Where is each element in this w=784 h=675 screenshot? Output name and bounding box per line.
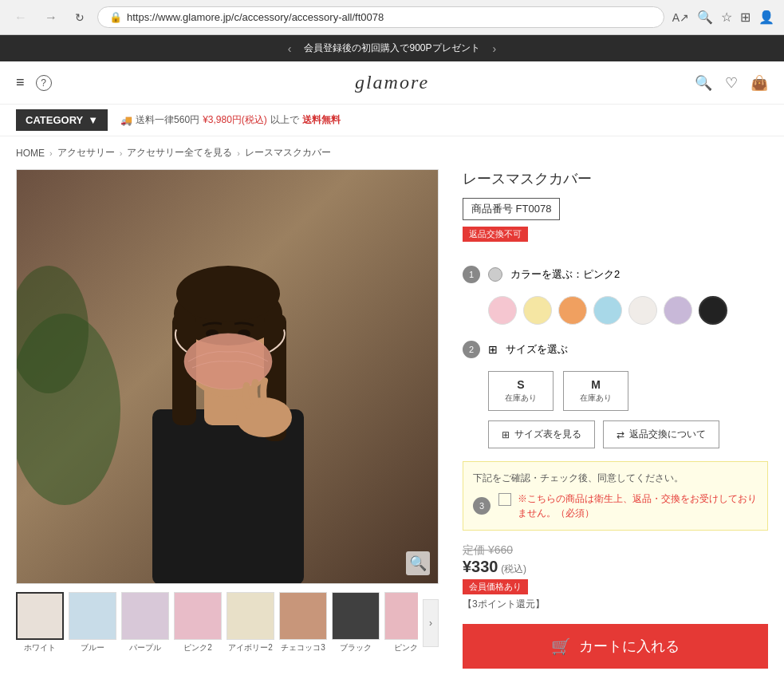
size-chart-icon: ⊞ <box>502 429 510 440</box>
color-selector-row: 1 カラーを選ぶ：ピンク2 <box>463 266 768 283</box>
shipping-truck-icon: 🚚 <box>120 115 132 126</box>
agreement-section: 下記をご確認・チェック後、同意してください。 3 ※こちらの商品は衛生上、返品・… <box>463 461 768 531</box>
promo-prev-arrow[interactable]: ‹ <box>288 42 292 55</box>
shipping-suffix: 以上で <box>270 113 299 127</box>
agreement-checkbox[interactable] <box>498 493 511 506</box>
step2-circle: 2 <box>463 341 480 358</box>
sub-header: CATEGORY ▼ 🚚 送料一律560円 ¥3,980円(税込) 以上で 送料… <box>0 105 784 136</box>
browser-profile-icon[interactable]: 👤 <box>758 10 774 25</box>
price-original: 定価 ¥660 <box>463 543 768 558</box>
zoom-icon[interactable]: 🔍 <box>406 551 430 575</box>
size-chart-button[interactable]: ⊞ サイズ表を見る <box>488 420 595 448</box>
thumbnail-image-6[interactable] <box>332 592 380 640</box>
lock-icon: 🔒 <box>109 11 122 23</box>
thumbnail-image-5[interactable] <box>279 592 327 640</box>
price-tax: (税込) <box>501 563 526 574</box>
breadcrumb-accessories[interactable]: アクセサリー <box>57 146 115 160</box>
return-label: 返品交換について <box>629 428 706 441</box>
color-swatch-ブルー[interactable] <box>593 296 622 325</box>
thumbnail-label-4: アイボリー2 <box>228 642 273 653</box>
size-button-s[interactable]: S在庫あり <box>488 371 554 411</box>
shipping-free-label: 送料無料 <box>302 113 341 127</box>
thumbnail-image-3[interactable] <box>174 592 222 640</box>
help-button[interactable]: ? <box>36 75 52 91</box>
product-gallery: 🔍 ホワイトブルーパープルピンク2アイボリー2チェコッコ3ブラックピンク2 › <box>16 169 439 669</box>
thumbnail-item[interactable]: ブラック <box>332 592 380 653</box>
product-area: 🔍 ホワイトブルーパープルピンク2アイボリー2チェコッコ3ブラックピンク2 › … <box>0 169 784 675</box>
read-aloud-icon[interactable]: A↗ <box>672 11 689 24</box>
site-header: ≡ ? glamore 🔍 ♡ 👜 <box>0 61 784 105</box>
breadcrumb-all-accessories[interactable]: アクセサリー全てを見る <box>127 146 232 160</box>
thumbnail-image-1[interactable] <box>69 592 116 640</box>
site-logo[interactable]: glamore <box>112 72 672 93</box>
cart-icon[interactable]: 👜 <box>751 74 768 92</box>
thumbnail-item[interactable]: ピンク2 <box>174 592 222 653</box>
step1-circle: 1 <box>463 266 480 283</box>
thumbnail-item[interactable]: ホワイト <box>16 592 64 653</box>
thumbnail-label-2: パープル <box>129 642 161 653</box>
size-chart-label: サイズ表を見る <box>514 428 581 441</box>
category-label: CATEGORY <box>26 114 83 126</box>
header-left: ≡ ? <box>16 74 112 91</box>
exchange-badge: 返品交換不可 <box>463 227 528 242</box>
browser-favorites-icon[interactable]: ☆ <box>721 10 732 25</box>
thumbnail-item[interactable]: ピンク2 <box>384 592 418 653</box>
price-current-row: ¥330 (税込) <box>463 558 768 576</box>
promo-bar: ‹ 会員登録後の初回購入で900Pプレゼント › <box>0 35 784 61</box>
size-action-row: ⊞ サイズ表を見る ⇄ 返品交換について <box>488 420 768 448</box>
wishlist-icon[interactable]: ♡ <box>725 74 738 92</box>
add-to-cart-button[interactable]: 🛒 カートに入れる <box>463 624 768 669</box>
back-button[interactable]: ← <box>10 9 32 26</box>
thumbnail-item[interactable]: ブルー <box>69 592 116 653</box>
shipping-info: 🚚 送料一律560円 ¥3,980円(税込) 以上で 送料無料 <box>120 113 341 127</box>
browser-collections-icon[interactable]: ⊞ <box>740 10 751 25</box>
browser-search-icon[interactable]: 🔍 <box>697 10 713 25</box>
price-current: ¥330 <box>463 558 498 575</box>
browser-chrome: ← → ↻ 🔒 https://www.glamore.jp/c/accesso… <box>0 0 784 35</box>
forward-button[interactable]: → <box>40 9 62 26</box>
size-selector-label: サイズを選ぶ <box>506 342 568 357</box>
thumbnail-label-1: ブルー <box>81 642 104 653</box>
shipping-amount: ¥3,980円(税込) <box>203 113 267 127</box>
thumbnail-image-0[interactable] <box>16 592 64 640</box>
size-button-m[interactable]: M在庫あり <box>563 371 628 411</box>
color-swatches <box>488 296 768 325</box>
breadcrumb-home[interactable]: HOME <box>16 148 45 159</box>
color-swatch-ピンク[interactable] <box>488 296 517 325</box>
color-swatch-イエロー[interactable] <box>523 296 552 325</box>
agreement-note: ※こちらの商品は衛生上、返品・交換をお受けしておりません。（必須） <box>518 491 758 520</box>
color-swatch-ホワイト[interactable] <box>628 296 657 325</box>
thumbnail-label-7: ピンク2 <box>394 642 418 653</box>
thumbnail-image-2[interactable] <box>121 592 169 640</box>
color-swatch-オレンジ[interactable] <box>558 296 587 325</box>
cart-button-icon: 🛒 <box>551 637 571 656</box>
color-swatch-ブラック[interactable] <box>699 296 727 325</box>
reload-button[interactable]: ↻ <box>70 10 89 26</box>
promo-text: 会員登録後の初回購入で900Pプレゼント <box>304 41 479 55</box>
points-label: 【3ポイント還元】 <box>463 598 768 611</box>
category-button[interactable]: CATEGORY ▼ <box>16 109 108 131</box>
thumbnail-scroll-right[interactable]: › <box>423 599 439 647</box>
color-swatch-パープル[interactable] <box>664 296 692 325</box>
size-selector-row: 2 ⊞ サイズを選ぶ <box>463 341 768 358</box>
hamburger-menu[interactable]: ≡ <box>16 74 25 91</box>
return-policy-button[interactable]: ⇄ 返品交換について <box>603 420 719 448</box>
search-icon[interactable]: 🔍 <box>695 74 712 92</box>
url-bar[interactable]: 🔒 https://www.glamore.jp/c/accessory/acc… <box>97 6 664 28</box>
thumbnail-item[interactable]: チェコッコ3 <box>279 592 327 653</box>
size-selector-section: 2 ⊞ サイズを選ぶ S在庫ありM在庫あり ⊞ サイズ表を見る ⇄ 返品交換につ… <box>463 341 768 448</box>
thumbnail-item[interactable]: アイボリー2 <box>227 592 274 653</box>
color-circle-icon <box>488 267 502 282</box>
step3-row: 3 ※こちらの商品は衛生上、返品・交換をお受けしておりません。（必須） <box>473 491 758 520</box>
size-buttons: S在庫ありM在庫あり <box>488 371 768 411</box>
breadcrumb-sep1: › <box>49 148 53 158</box>
breadcrumb-current: レースマスクカバー <box>245 146 331 160</box>
product-title: レースマスクカバー <box>463 169 768 188</box>
cart-button-label: カートに入れる <box>579 637 680 656</box>
thumbnail-image-4[interactable] <box>227 592 274 640</box>
product-info: レースマスクカバー 商品番号 FT0078 返品交換不可 1 カラーを選ぶ：ピン… <box>463 169 768 669</box>
breadcrumb-sep3: › <box>237 148 240 158</box>
promo-next-arrow[interactable]: › <box>493 42 497 55</box>
thumbnail-item[interactable]: パープル <box>121 592 169 653</box>
thumbnail-image-7[interactable] <box>384 592 418 640</box>
